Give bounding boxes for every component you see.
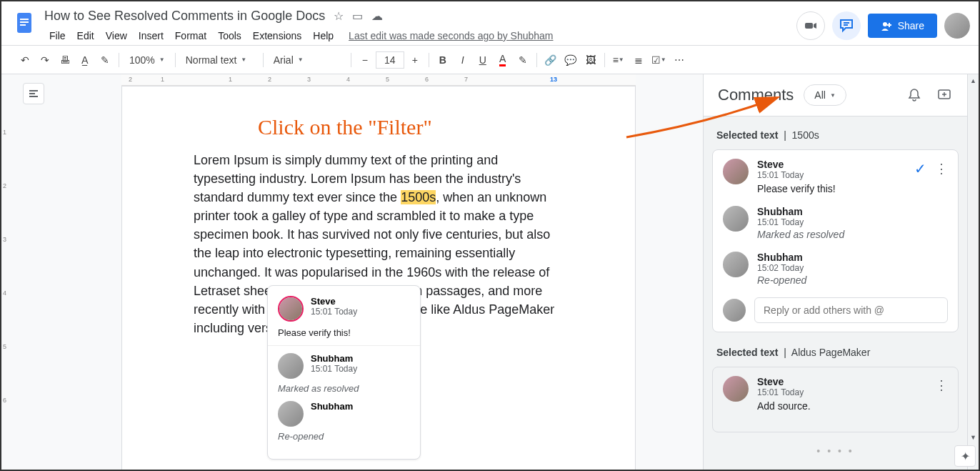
bold-icon[interactable]: B [434, 50, 452, 70]
menu-insert[interactable]: Insert [134, 27, 169, 44]
menu-view[interactable]: View [101, 27, 132, 44]
avatar-icon [278, 401, 304, 427]
menu-help[interactable]: Help [308, 27, 339, 44]
zoom-select[interactable]: 100%▼ [124, 50, 171, 70]
link-icon[interactable]: 🔗 [541, 50, 560, 70]
thread-selected-text: Selected text | 1500s [712, 125, 959, 149]
svg-rect-2 [20, 21, 29, 23]
move-icon[interactable]: ▭ [352, 9, 363, 23]
comments-list[interactable]: Selected text | 1500s Steve 15:01 Today … [704, 116, 967, 470]
inline-comment-thread[interactable]: Steve15:01 Today Please verify this! Shu… [267, 285, 421, 460]
font-size-inc[interactable]: + [406, 50, 424, 70]
ruler-vertical[interactable]: 1 2 3 4 5 6 [1, 86, 13, 470]
comments-filter-dropdown[interactable]: All▼ [804, 84, 846, 106]
docs-logo-icon[interactable] [10, 9, 39, 37]
new-comment-icon[interactable] [936, 86, 953, 104]
scroll-up-icon[interactable]: ▲ [970, 77, 976, 84]
menu-bar: File Edit View Insert Format Tools Exten… [44, 27, 796, 44]
font-size-dec[interactable]: − [356, 50, 374, 70]
comments-title: Comments [718, 86, 794, 104]
main: 2 1 1 2 3 4 5 6 7 13 1 2 3 4 5 6 Click o… [1, 74, 979, 470]
highlight-icon[interactable]: ✎ [514, 50, 532, 70]
svg-rect-3 [20, 24, 26, 26]
highlighted-text: 1500s [401, 190, 436, 204]
share-label: Share [898, 20, 924, 31]
account-avatar[interactable] [944, 13, 970, 39]
star-icon[interactable]: ☆ [334, 9, 344, 23]
line-spacing-icon[interactable]: ≣ [629, 50, 648, 70]
style-select[interactable]: Normal text▼ [180, 50, 259, 70]
menu-tools[interactable]: Tools [213, 27, 246, 44]
annotation-text: Click on the "Filter" [258, 115, 432, 139]
scroll-down-icon[interactable]: ▼ [970, 434, 976, 441]
avatar-icon [723, 159, 749, 184]
svg-rect-1 [20, 19, 29, 20]
comments-panel-header: Comments All▼ [704, 74, 967, 116]
svg-rect-4 [805, 23, 813, 29]
vertical-scrollbar[interactable]: ▲ ▼ ✦ [967, 74, 979, 470]
more-icon[interactable]: ⋯ [670, 50, 689, 70]
comment-thread[interactable]: Steve 15:01 Today Please verify this! ✓ … [712, 149, 959, 332]
menu-format[interactable]: Format [170, 27, 211, 44]
italic-icon[interactable]: I [454, 50, 472, 70]
resolve-icon[interactable]: ✓ [914, 160, 926, 177]
ruler-horizontal[interactable]: 2 1 1 2 3 4 5 6 7 13 [121, 74, 636, 86]
last-edit-link[interactable]: Last edit was made seconds ago by Shubha… [349, 27, 553, 44]
menu-extensions[interactable]: Extensions [248, 27, 306, 44]
font-size-input[interactable]: 14 [376, 51, 404, 69]
thread-selected-text: Selected text | Aldus PageMaker [712, 342, 959, 367]
comments-panel: Comments All▼ Selected text | 1500s Stev… [703, 74, 967, 470]
underline-icon[interactable]: U [474, 50, 492, 70]
outline-toggle-icon[interactable] [23, 83, 44, 104]
reply-input[interactable] [754, 297, 948, 323]
avatar-icon [723, 206, 749, 232]
document-area: 2 1 1 2 3 4 5 6 7 13 1 2 3 4 5 6 Click o… [1, 74, 703, 470]
kebab-icon[interactable]: ⋮ [935, 377, 948, 393]
comments-history-icon[interactable] [832, 11, 861, 40]
doc-title[interactable]: How to See Resolved Comments in Google D… [44, 9, 325, 24]
avatar-icon [278, 353, 304, 379]
avatar-icon [723, 299, 746, 322]
menu-edit[interactable]: Edit [72, 27, 99, 44]
toolbar: ↶ ↷ 🖶 A̲ ✎ 100%▼ Normal text▼ Arial▼ − 1… [1, 46, 979, 74]
redo-icon[interactable]: ↷ [36, 50, 54, 70]
app-header: How to See Resolved Comments in Google D… [1, 1, 979, 46]
panel-drag-handle[interactable]: • • • • [712, 442, 959, 460]
paint-format-icon[interactable]: ✎ [96, 50, 114, 70]
explore-icon[interactable]: ✦ [954, 445, 976, 467]
undo-icon[interactable]: ↶ [16, 50, 34, 70]
text-color-icon[interactable]: A [494, 50, 512, 70]
kebab-icon[interactable]: ⋮ [935, 161, 948, 177]
add-comment-icon[interactable]: 💬 [561, 50, 580, 70]
align-icon[interactable]: ≡▼ [609, 50, 628, 70]
image-icon[interactable]: 🖼 [581, 50, 600, 70]
svg-point-7 [883, 22, 887, 26]
notifications-icon[interactable] [906, 86, 923, 104]
avatar-icon [278, 296, 304, 322]
print-icon[interactable]: 🖶 [56, 50, 74, 70]
cloud-icon[interactable]: ☁ [371, 9, 383, 23]
avatar-icon [723, 376, 749, 402]
comment-thread[interactable]: Steve 15:01 Today Add source. ⋮ [712, 367, 959, 432]
header-mid: How to See Resolved Comments in Google D… [44, 7, 796, 44]
avatar-icon [723, 252, 749, 277]
share-button[interactable]: Share [868, 14, 937, 38]
font-select[interactable]: Arial▼ [268, 50, 346, 70]
menu-file[interactable]: File [44, 27, 71, 44]
meet-icon[interactable] [796, 11, 825, 40]
spellcheck-icon[interactable]: A̲ [76, 50, 94, 70]
checklist-icon[interactable]: ☑▼ [649, 50, 669, 70]
